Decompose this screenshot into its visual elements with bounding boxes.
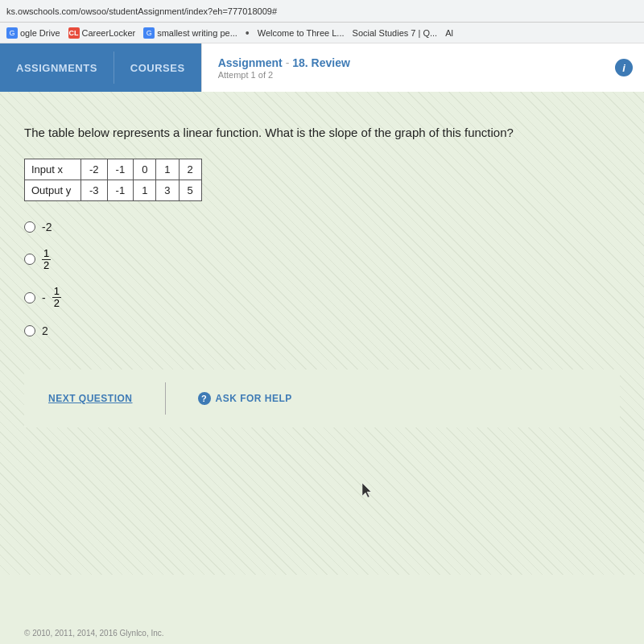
table-cell-output-5: 5 — [179, 180, 201, 200]
copyright-text: © 2010, 2011, 2014, 2016 Glynlco, Inc. — [24, 629, 164, 638]
bookmark-careerlocker-label: CareerLocker — [82, 28, 136, 38]
function-table: Input x -2 -1 0 1 2 Output y -3 -1 1 3 5 — [24, 159, 202, 201]
table-row-input: Input x -2 -1 0 1 2 — [25, 159, 202, 180]
option-b-fraction: 1 2 — [42, 248, 51, 272]
assignment-info: Assignment - 18. Review Attempt 1 of 2 — [201, 43, 604, 92]
option-d-label: 2 — [42, 324, 48, 337]
option-b[interactable]: 1 2 — [24, 248, 620, 272]
bookmark-social-label: Social Studies 7 | Q... — [353, 28, 438, 38]
separator-dot: • — [246, 27, 250, 39]
table-cell-output-3: 1 — [134, 180, 156, 200]
radio-b[interactable] — [24, 254, 35, 265]
bookmarks-bar: G ogle Drive CL CareerLocker G smallest … — [0, 23, 644, 43]
table-cell-input-4: 1 — [156, 159, 179, 180]
app-header: ASSIGNMENTS COURSES Assignment - 18. Rev… — [0, 43, 644, 92]
table-row-output: Output y -3 -1 1 3 5 — [25, 180, 202, 200]
radio-a[interactable] — [24, 221, 35, 233]
table-header-output: Output y — [25, 180, 81, 200]
bookmark-social[interactable]: Social Studies 7 | Q... — [353, 28, 438, 38]
table-cell-input-1: -2 — [81, 159, 108, 180]
fraction-c-numerator: 1 — [52, 286, 61, 298]
footer: © 2010, 2011, 2014, 2016 Glynlco, Inc. — [24, 629, 164, 638]
table-cell-input-5: 2 — [179, 159, 201, 180]
option-a-label: -2 — [42, 221, 52, 233]
bookmark-welcome[interactable]: Welcome to Three L... — [258, 28, 345, 38]
table-cell-output-4: 3 — [156, 180, 179, 200]
bookmark-careerlocker[interactable]: CL CareerLocker — [68, 27, 136, 39]
option-a[interactable]: -2 — [24, 221, 620, 233]
table-cell-output-2: -1 — [107, 180, 134, 200]
ask-for-help-label: ASK FOR HELP — [216, 393, 292, 404]
option-c-negative: - — [42, 291, 46, 304]
nav-assignments[interactable]: ASSIGNMENTS — [0, 43, 114, 92]
nav-courses[interactable]: COURSES — [114, 43, 201, 92]
option-d[interactable]: 2 — [24, 324, 620, 337]
assignment-attempt: Attempt 1 of 2 — [218, 70, 588, 80]
question-text: The table below represents a linear func… — [24, 124, 620, 142]
main-content: The table below represents a linear func… — [0, 92, 644, 575]
assignment-label: Assignment - 18. Review — [218, 56, 350, 69]
drive-icon: G — [6, 27, 18, 39]
cl-icon: CL — [68, 27, 80, 39]
bookmark-al-label: Al — [445, 28, 453, 38]
google-icon: G — [143, 27, 155, 39]
table-cell-input-2: -1 — [107, 159, 134, 180]
bookmark-drive[interactable]: G ogle Drive — [6, 27, 60, 39]
ask-for-help-button[interactable]: ? ASK FOR HELP — [198, 392, 292, 405]
bottom-divider — [165, 382, 166, 415]
courses-label: COURSES — [130, 62, 185, 74]
radio-c[interactable] — [24, 292, 35, 303]
radio-d[interactable] — [24, 325, 35, 336]
fraction-b-denominator: 2 — [42, 260, 51, 271]
options-container: -2 1 2 - 1 2 2 — [24, 221, 620, 337]
bookmark-al[interactable]: Al — [445, 28, 453, 38]
table-cell-output-1: -3 — [81, 180, 108, 200]
table-header-input: Input x — [25, 159, 81, 180]
table-cell-input-3: 0 — [134, 159, 156, 180]
bookmark-welcome-label: Welcome to Three L... — [258, 28, 345, 38]
next-question-button[interactable]: NEXT QUESTION — [48, 393, 133, 404]
option-c-fraction: 1 2 — [52, 286, 61, 310]
browser-url-bar: ks.owschools.com/owsoo/studentAssignment… — [0, 0, 644, 23]
info-icon: i — [615, 59, 633, 76]
url-text: ks.owschools.com/owsoo/studentAssignment… — [6, 6, 277, 16]
info-icon-container[interactable]: i — [604, 43, 644, 92]
bookmark-google-label: smallest writing pe... — [157, 28, 237, 38]
assignment-title-row: Assignment - 18. Review — [218, 56, 588, 70]
option-c[interactable]: - 1 2 — [24, 286, 620, 310]
assignments-label: ASSIGNMENTS — [16, 62, 97, 74]
fraction-c-denominator: 2 — [52, 298, 61, 309]
bookmark-google[interactable]: G smallest writing pe... — [143, 27, 237, 39]
fraction-b-numerator: 1 — [42, 248, 51, 260]
help-icon: ? — [198, 392, 211, 405]
bottom-bar: NEXT QUESTION ? ASK FOR HELP — [24, 369, 620, 427]
bookmark-drive-label: ogle Drive — [20, 28, 60, 38]
